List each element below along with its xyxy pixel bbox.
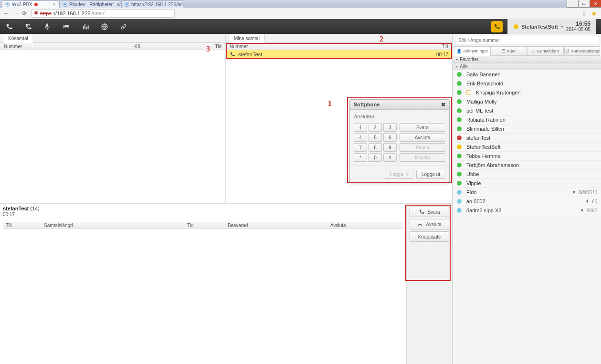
presence-icon bbox=[457, 126, 462, 131]
window-controls: _ ▭ ✕ bbox=[567, 0, 601, 8]
contact-row[interactable]: StefanTestSoft bbox=[453, 143, 601, 152]
tab-conversations[interactable]: 💬Konversationer bbox=[563, 46, 600, 56]
plug-icon bbox=[580, 208, 585, 213]
url-field[interactable]: ✖ https ://192.168.1.226 /user/ bbox=[32, 9, 175, 18]
contact-row[interactable]: Tobbe Hemma bbox=[453, 152, 601, 161]
queue-tab-label: Kösamtal bbox=[3, 34, 33, 43]
tab-contacts[interactable]: ▭Kontaktkort bbox=[527, 46, 563, 56]
presence-icon bbox=[457, 208, 462, 213]
contact-row[interactable]: per ME test bbox=[453, 106, 601, 115]
survey-icon[interactable]: ⎘ bbox=[580, 9, 589, 18]
mycalls-tab-label: Mina samtal bbox=[229, 34, 265, 43]
tab-queues[interactable]: ☰Köer bbox=[490, 46, 527, 56]
contact-row[interactable]: Erik Bergschold bbox=[453, 79, 601, 88]
softphone-status: Ansluten bbox=[354, 114, 445, 119]
contact-row[interactable]: Malliga Molly bbox=[453, 97, 601, 106]
keypad-key-0[interactable]: 0 bbox=[369, 153, 382, 162]
contact-row[interactable]: öadm2 sipp X88662 bbox=[453, 206, 601, 215]
phone-icon[interactable] bbox=[5, 22, 13, 31]
contact-row[interactable]: Vippie bbox=[453, 179, 601, 188]
section-all[interactable]: ▾Alla bbox=[453, 63, 601, 70]
keypad-key-7[interactable]: 7 bbox=[354, 143, 367, 152]
answer-button[interactable]: Svara bbox=[410, 207, 449, 217]
link-icon[interactable] bbox=[119, 22, 128, 31]
contact-row[interactable]: Ubbe bbox=[453, 170, 601, 179]
presence-icon bbox=[457, 145, 462, 149]
window-close[interactable]: ✕ bbox=[590, 0, 601, 8]
hangup-button[interactable]: Avsluta bbox=[410, 219, 449, 229]
contact-search-input[interactable] bbox=[455, 36, 599, 44]
call-duration: 00:17 bbox=[436, 52, 448, 57]
tab-label: Anknytningar bbox=[463, 49, 488, 53]
contact-row[interactable]: Torbjörn Abrahamsson bbox=[453, 161, 601, 170]
browser-tab-active[interactable]: Wx3 PBX × bbox=[2, 0, 59, 8]
tab-label: Köer bbox=[507, 49, 516, 53]
keypad-key-3[interactable]: 3 bbox=[383, 123, 397, 132]
col-tid: Tid bbox=[420, 43, 448, 49]
window-maximize[interactable]: ▭ bbox=[578, 0, 590, 8]
contact-extension: 60 bbox=[585, 199, 597, 204]
keypad-key-2[interactable]: 2 bbox=[369, 123, 382, 132]
softphone-titlebar[interactable]: Softphone ✖ bbox=[350, 100, 449, 110]
person-icon: 👤 bbox=[456, 49, 462, 53]
keypad-key-9[interactable]: 9 bbox=[383, 143, 397, 152]
contact-name: Tobbe Hemma bbox=[466, 153, 597, 159]
contact-name: Vippie bbox=[466, 180, 597, 186]
keypad-button[interactable]: Knappsats bbox=[410, 231, 449, 242]
keypad-key-1[interactable]: 1 bbox=[354, 123, 367, 132]
window-minimize[interactable]: _ bbox=[567, 0, 578, 8]
softphone-pause-button[interactable]: Pausa bbox=[400, 143, 445, 152]
presence-icon bbox=[457, 190, 462, 195]
contact-row[interactable]: Slimmade Sillen bbox=[453, 125, 601, 134]
current-user[interactable]: StefanTestSoft ▾ 16:55 2014-05-05 bbox=[507, 19, 596, 34]
transfer-icon[interactable] bbox=[24, 22, 32, 31]
back-button[interactable]: ← bbox=[3, 10, 10, 17]
keypad-key-*[interactable]: * bbox=[354, 153, 367, 162]
softphone-answer-button[interactable]: Svara bbox=[400, 123, 445, 132]
tab-close-icon[interactable]: × bbox=[53, 1, 56, 7]
queue-tab[interactable]: Kösamtal bbox=[0, 34, 225, 43]
softphone-logout-button[interactable]: Logga ut bbox=[416, 170, 445, 179]
softphone-transfer-button[interactable]: Koppla bbox=[400, 153, 445, 162]
reload-button[interactable]: ⟳ bbox=[22, 10, 29, 17]
keypad-key-#[interactable]: # bbox=[383, 153, 397, 162]
incoming-call-icon[interactable] bbox=[491, 21, 503, 32]
section-favorites[interactable]: ▸Favoriter bbox=[453, 56, 601, 63]
call-actions: Svara Avsluta Knappsats bbox=[406, 204, 452, 364]
contact-row[interactable]: Rabiata Rabinen bbox=[453, 115, 601, 125]
tab-extensions[interactable]: 👤Anknytningar bbox=[454, 46, 490, 56]
bookmark-star-icon[interactable]: ★ bbox=[590, 9, 598, 18]
active-call-row[interactable]: stefanTest 00:17 bbox=[226, 50, 452, 59]
contact-row[interactable]: Balla Bananen bbox=[453, 70, 601, 79]
keypad: 123456789*0# bbox=[354, 123, 397, 162]
presence-icon bbox=[457, 108, 462, 113]
keypad-key-5[interactable]: 5 bbox=[369, 133, 382, 142]
globe-icon[interactable] bbox=[100, 22, 109, 31]
browser-tab[interactable]: https://192.168.1.226/adm × bbox=[121, 0, 183, 8]
contact-row[interactable]: stefanTest bbox=[453, 134, 601, 143]
detail-extension: (14) bbox=[30, 206, 40, 211]
contact-name: stefanTest bbox=[466, 135, 597, 141]
presence-icon bbox=[457, 199, 462, 204]
mycalls-tab[interactable]: Mina samtal bbox=[226, 34, 452, 43]
softphone-hangup-button[interactable]: Avsluta bbox=[400, 133, 445, 142]
col-avsluta: Avsluta bbox=[330, 223, 346, 228]
contact-row[interactable]: ao 000260 bbox=[453, 197, 601, 206]
contact-row[interactable]: Krispiga Krutongen bbox=[453, 88, 601, 97]
contact-row[interactable]: Fido0890510 bbox=[453, 188, 601, 197]
keypad-key-8[interactable]: 8 bbox=[369, 143, 382, 152]
user-name: StefanTestSoft bbox=[521, 24, 558, 30]
stats-icon[interactable] bbox=[81, 22, 90, 31]
browser-tab[interactable]: Pbxdev - Rättigheter - wx × bbox=[59, 0, 121, 8]
softphone-login-button[interactable]: Logga in bbox=[385, 170, 413, 179]
contact-name: Balla Bananen bbox=[466, 72, 597, 77]
forward-button[interactable]: → bbox=[12, 10, 19, 17]
close-icon[interactable]: ✖ bbox=[441, 102, 445, 108]
hangup-icon bbox=[417, 221, 423, 227]
bed-icon[interactable] bbox=[62, 22, 71, 31]
keypad-key-4[interactable]: 4 bbox=[354, 133, 367, 142]
presence-icon bbox=[457, 81, 462, 86]
microphone-icon[interactable] bbox=[43, 22, 52, 31]
keypad-key-6[interactable]: 6 bbox=[383, 133, 397, 142]
hangup-label: Avsluta bbox=[426, 222, 442, 227]
